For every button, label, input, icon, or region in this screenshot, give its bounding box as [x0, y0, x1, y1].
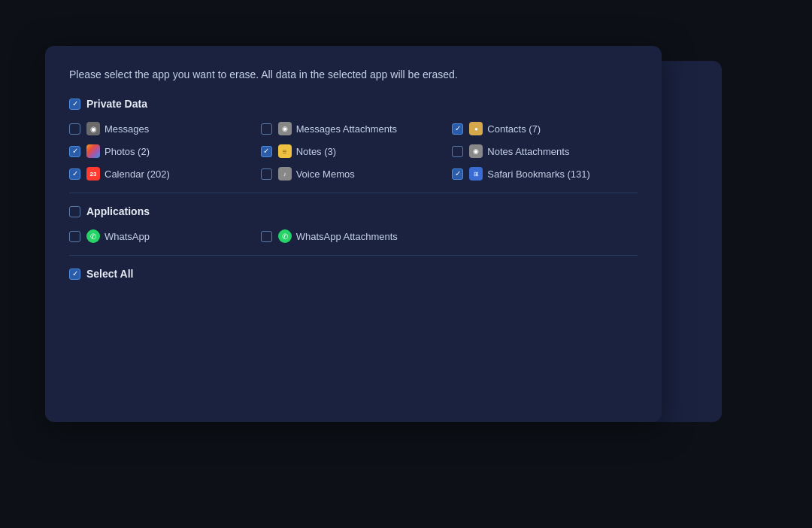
applications-title: Applications — [86, 205, 150, 217]
applications-grid: ✆ WhatsApp ✆ WhatsApp Attachments — [69, 229, 638, 243]
front-card: Please select the app you want to erase.… — [45, 46, 662, 422]
item-contacts[interactable]: ● Contacts (7) — [452, 122, 638, 135]
select-all-label: Select All — [86, 268, 134, 280]
select-all-checkbox[interactable] — [69, 269, 80, 280]
checkbox-contacts[interactable] — [452, 123, 463, 135]
whatsapp-attach-icon: ✆ — [278, 229, 292, 243]
checkbox-safari[interactable] — [452, 168, 463, 180]
item-notes-attach[interactable]: ◉ Notes Attachments — [452, 144, 638, 158]
whatsapp-icon: ✆ — [86, 229, 100, 243]
private-data-title: Private Data — [86, 98, 147, 110]
checkbox-messages-attach[interactable] — [261, 123, 272, 135]
checkbox-whatsapp[interactable] — [69, 231, 80, 242]
messages-icon: ◉ — [86, 122, 100, 135]
applications-section: Applications ✆ WhatsApp ✆ WhatsApp Attac… — [69, 205, 638, 243]
messages-attach-icon: ◉ — [278, 122, 292, 135]
notes-attach-icon: ◉ — [469, 144, 483, 158]
item-notes[interactable]: ≡ Notes (3) — [261, 144, 447, 158]
private-data-checkbox[interactable] — [69, 99, 80, 110]
private-data-grid: ◉ Messages ◉ Messages Attachments ● Cont… — [69, 122, 638, 181]
applications-header: Applications — [69, 205, 638, 217]
checkbox-whatsapp-attach[interactable] — [261, 231, 272, 242]
contacts-icon: ● — [469, 122, 483, 135]
safari-icon: ⊞ — [469, 167, 483, 181]
checkbox-notes-attach[interactable] — [452, 146, 463, 157]
checkbox-messages[interactable] — [69, 123, 80, 135]
applications-checkbox[interactable] — [69, 206, 80, 217]
checkbox-photos[interactable] — [69, 146, 80, 157]
item-safari[interactable]: ⊞ Safari Bookmarks (131) — [452, 167, 638, 181]
item-whatsapp-attach[interactable]: ✆ WhatsApp Attachments — [261, 229, 447, 243]
divider-2 — [69, 255, 638, 256]
checkbox-notes[interactable] — [261, 146, 272, 157]
checkbox-calendar[interactable] — [69, 168, 80, 180]
checkbox-voice[interactable] — [261, 168, 272, 180]
item-whatsapp[interactable]: ✆ WhatsApp — [69, 229, 255, 243]
calendar-icon: 23 — [86, 167, 100, 181]
private-data-header: Private Data — [69, 98, 638, 110]
item-messages[interactable]: ◉ Messages — [69, 122, 255, 135]
notes-icon: ≡ — [278, 144, 292, 158]
divider-1 — [69, 193, 638, 193]
main-description: Please select the app you want to erase.… — [69, 67, 638, 83]
voice-icon: ♪ — [278, 167, 292, 181]
select-all-row[interactable]: Select All — [69, 268, 638, 280]
photos-icon — [86, 144, 100, 158]
item-calendar[interactable]: 23 Calendar (202) — [69, 167, 255, 181]
item-photos[interactable]: Photos (2) — [69, 144, 255, 158]
item-voice[interactable]: ♪ Voice Memos — [261, 167, 447, 181]
item-messages-attach[interactable]: ◉ Messages Attachments — [261, 122, 447, 135]
